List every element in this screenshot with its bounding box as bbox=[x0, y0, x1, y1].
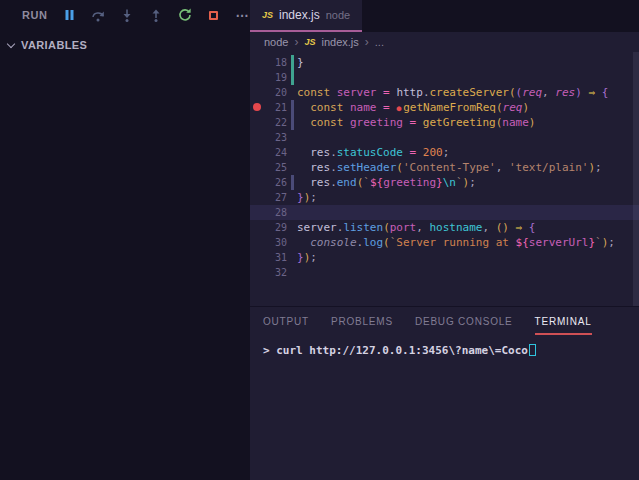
code-text: }); bbox=[297, 250, 639, 265]
line-number: 29 bbox=[263, 220, 287, 235]
editor-scrollbar[interactable] bbox=[633, 52, 639, 306]
chevron-right-icon: › bbox=[294, 35, 298, 49]
code-text bbox=[297, 130, 639, 145]
line-number: 28 bbox=[263, 205, 287, 220]
code-line[interactable]: 31}); bbox=[250, 250, 639, 265]
code-text: console.log(`Server running at ${serverU… bbox=[297, 235, 639, 250]
bottom-panel: OUTPUTPROBLEMSDEBUG CONSOLETERMINAL > cu… bbox=[250, 306, 639, 480]
code-text: const greeting = getGreeting(name) bbox=[297, 115, 639, 130]
code-line[interactable]: 29server.listen(port, hostname, () ⇒ { bbox=[250, 220, 639, 235]
chevron-down-icon bbox=[7, 39, 15, 47]
line-number: 27 bbox=[263, 190, 287, 205]
code-line[interactable]: 25 res.setHeader('Content-Type', 'text/p… bbox=[250, 160, 639, 175]
breakpoint-gutter[interactable] bbox=[250, 145, 263, 160]
breakpoint-gutter[interactable] bbox=[250, 175, 263, 190]
panel-tab-problems[interactable]: PROBLEMS bbox=[331, 316, 393, 335]
git-change-indicator bbox=[291, 55, 294, 70]
panel-tab-terminal[interactable]: TERMINAL bbox=[535, 316, 592, 335]
breakpoint-gutter[interactable] bbox=[250, 55, 263, 70]
stop-button[interactable] bbox=[206, 7, 221, 23]
code-editor[interactable]: 18}1920const server = http.createServer(… bbox=[250, 52, 639, 306]
git-gutter bbox=[287, 220, 297, 235]
debug-sidebar: RUN bbox=[0, 0, 250, 480]
git-gutter bbox=[287, 205, 297, 220]
breadcrumb-file[interactable]: index.js bbox=[322, 36, 359, 48]
line-number: 30 bbox=[263, 235, 287, 250]
stop-icon bbox=[209, 11, 218, 20]
code-line[interactable]: 20const server = http.createServer((req,… bbox=[250, 85, 639, 100]
breakpoint-gutter[interactable] bbox=[250, 190, 263, 205]
code-text: const server = http.createServer((req, r… bbox=[297, 85, 639, 100]
line-number: 19 bbox=[263, 70, 287, 85]
inline-breakpoint-icon: ● bbox=[396, 104, 401, 113]
terminal[interactable]: > curl http://127.0.0.1:3456\?name\=Coco bbox=[263, 344, 639, 357]
git-change-indicator bbox=[291, 115, 294, 130]
code-text: const name = ●getNameFromReq(req) bbox=[297, 100, 639, 115]
variables-title: VARIABLES bbox=[21, 39, 87, 51]
code-line[interactable]: 27}); bbox=[250, 190, 639, 205]
code-text: server.listen(port, hostname, () ⇒ { bbox=[297, 220, 639, 235]
vscode-window: RUN bbox=[0, 0, 639, 480]
git-gutter bbox=[287, 250, 297, 265]
panel-tab-debug-console[interactable]: DEBUG CONSOLE bbox=[415, 316, 513, 335]
line-number: 23 bbox=[263, 130, 287, 145]
line-number: 24 bbox=[263, 145, 287, 160]
restart-button[interactable] bbox=[177, 7, 192, 23]
code-line[interactable]: 24 res.statusCode = 200; bbox=[250, 145, 639, 160]
more-actions-button[interactable]: ⋯ bbox=[235, 7, 250, 23]
code-line[interactable]: 30 console.log(`Server running at ${serv… bbox=[250, 235, 639, 250]
code-line[interactable]: 18} bbox=[250, 55, 639, 70]
code-line[interactable]: 32 bbox=[250, 265, 639, 280]
code-line[interactable]: 22 const greeting = getGreeting(name) bbox=[250, 115, 639, 130]
breakpoint-gutter[interactable] bbox=[250, 250, 263, 265]
git-gutter bbox=[287, 55, 297, 70]
breadcrumb-symbol[interactable]: ... bbox=[375, 36, 384, 48]
code-line[interactable]: 28 bbox=[250, 205, 639, 220]
tab-index-js[interactable]: JS index.js node bbox=[250, 0, 362, 32]
breakpoint-gutter[interactable] bbox=[250, 70, 263, 85]
breakpoint-gutter[interactable] bbox=[250, 235, 263, 250]
breakpoint-icon[interactable] bbox=[253, 103, 261, 111]
terminal-command: > curl http://127.0.0.1:3456\?name\=Coco bbox=[263, 344, 528, 357]
git-gutter bbox=[287, 70, 297, 85]
terminal-cursor bbox=[529, 344, 536, 356]
git-gutter bbox=[287, 190, 297, 205]
breakpoint-gutter[interactable] bbox=[250, 130, 263, 145]
breakpoint-gutter[interactable] bbox=[250, 160, 263, 175]
step-into-button[interactable] bbox=[119, 7, 134, 23]
line-number: 32 bbox=[263, 265, 287, 280]
code-line[interactable]: 23 bbox=[250, 130, 639, 145]
breakpoint-gutter[interactable] bbox=[250, 85, 263, 100]
line-number: 26 bbox=[263, 175, 287, 190]
editor-lines: 18}1920const server = http.createServer(… bbox=[250, 55, 639, 280]
breakpoint-gutter[interactable] bbox=[250, 115, 263, 130]
pause-button[interactable] bbox=[62, 7, 77, 23]
panel-tab-output[interactable]: OUTPUT bbox=[263, 316, 309, 335]
breakpoint-gutter[interactable] bbox=[250, 220, 263, 235]
debug-toolbar: RUN bbox=[0, 0, 250, 30]
code-line[interactable]: 19 bbox=[250, 70, 639, 85]
code-line[interactable]: 26 res.end(`${greeting}\n`); bbox=[250, 175, 639, 190]
breadcrumb-folder[interactable]: node bbox=[264, 36, 288, 48]
step-out-button[interactable] bbox=[148, 7, 163, 23]
code-text: } bbox=[297, 55, 639, 70]
breadcrumb[interactable]: node › JS index.js › ... bbox=[250, 32, 639, 52]
tab-description: node bbox=[326, 9, 350, 21]
git-gutter bbox=[287, 100, 297, 115]
code-text bbox=[297, 205, 639, 220]
step-over-icon bbox=[91, 9, 105, 22]
code-line[interactable]: 21 const name = ●getNameFromReq(req) bbox=[250, 100, 639, 115]
breakpoint-gutter[interactable] bbox=[250, 100, 263, 115]
variables-section-header[interactable]: VARIABLES bbox=[0, 30, 250, 52]
breakpoint-gutter[interactable] bbox=[250, 205, 263, 220]
breakpoint-gutter[interactable] bbox=[250, 265, 263, 280]
git-gutter bbox=[287, 145, 297, 160]
restart-icon bbox=[178, 8, 192, 22]
step-over-button[interactable] bbox=[91, 7, 106, 23]
git-change-indicator bbox=[291, 100, 294, 115]
js-file-icon: JS bbox=[262, 10, 273, 20]
editor-group: JS index.js node node › JS index.js › ..… bbox=[250, 0, 639, 480]
run-label: RUN bbox=[22, 9, 48, 21]
code-text: res.setHeader('Content-Type', 'text/plai… bbox=[297, 160, 639, 175]
git-gutter bbox=[287, 130, 297, 145]
